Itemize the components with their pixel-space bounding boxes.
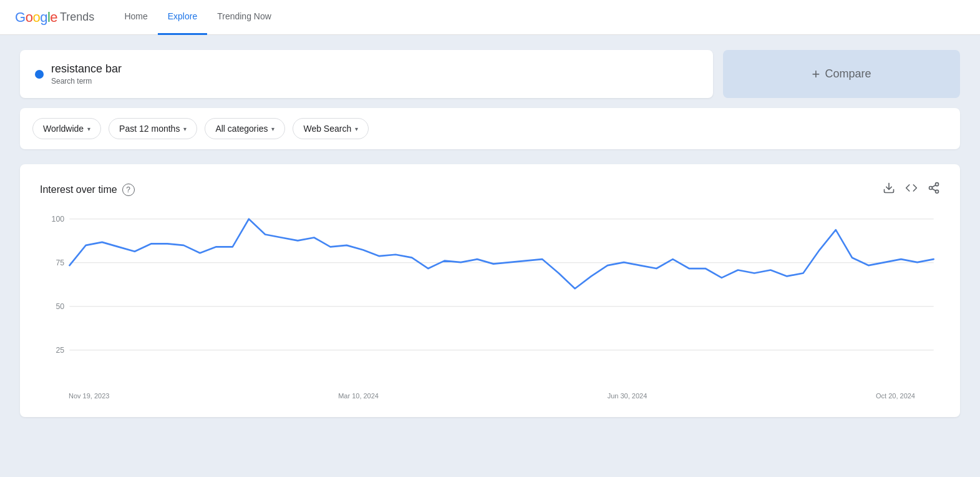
nav-home[interactable]: Home bbox=[114, 0, 157, 35]
x-label-oct: Oct 20, 2024 bbox=[876, 392, 915, 400]
svg-text:100: 100 bbox=[52, 215, 65, 224]
search-text-block: resistance bar Search term bbox=[51, 62, 122, 86]
chart-section: Interest over time ? bbox=[20, 164, 960, 417]
category-filter[interactable]: All categories ▾ bbox=[205, 118, 285, 139]
main-nav: Home Explore Trending Now bbox=[114, 0, 281, 35]
embed-icon[interactable] bbox=[905, 182, 918, 197]
chevron-down-icon: ▾ bbox=[183, 125, 187, 132]
region-filter-label: Worldwide bbox=[43, 124, 84, 134]
main-content: resistance bar Search term + Compare Wor… bbox=[0, 35, 980, 432]
compare-box[interactable]: + Compare bbox=[723, 50, 960, 98]
chart-title-row: Interest over time ? bbox=[40, 184, 135, 196]
time-filter-label: Past 12 months bbox=[119, 124, 180, 134]
search-box[interactable]: resistance bar Search term bbox=[20, 50, 713, 98]
svg-text:50: 50 bbox=[56, 302, 64, 311]
search-row: resistance bar Search term + Compare bbox=[20, 50, 960, 98]
chart-area: 100 75 50 25 bbox=[40, 212, 940, 387]
nav-explore[interactable]: Explore bbox=[158, 0, 207, 35]
chart-title: Interest over time bbox=[40, 184, 117, 195]
svg-text:75: 75 bbox=[56, 258, 64, 267]
interest-chart: 100 75 50 25 bbox=[40, 212, 940, 387]
chevron-down-icon: ▾ bbox=[271, 125, 274, 132]
search-type-filter[interactable]: Web Search ▾ bbox=[293, 118, 369, 139]
category-filter-label: All categories bbox=[215, 124, 268, 134]
compare-plus-icon: + bbox=[812, 66, 820, 82]
time-filter[interactable]: Past 12 months ▾ bbox=[109, 118, 197, 139]
chevron-down-icon: ▾ bbox=[87, 125, 90, 132]
x-label-mar: Mar 10, 2024 bbox=[338, 392, 379, 400]
search-type-filter-label: Web Search bbox=[303, 124, 351, 134]
x-axis-labels: Nov 19, 2023 Mar 10, 2024 Jun 30, 2024 O… bbox=[40, 392, 940, 400]
google-wordmark: Google bbox=[15, 9, 57, 26]
x-label-jun: Jun 30, 2024 bbox=[608, 392, 648, 400]
chart-header: Interest over time ? bbox=[40, 182, 940, 197]
region-filter[interactable]: Worldwide ▾ bbox=[32, 118, 101, 139]
trends-wordmark: Trends bbox=[60, 11, 94, 24]
search-type-label: Search term bbox=[51, 77, 122, 86]
chart-actions bbox=[883, 182, 940, 197]
help-icon[interactable]: ? bbox=[122, 184, 135, 196]
svg-text:25: 25 bbox=[56, 346, 64, 355]
search-term-dot bbox=[35, 70, 44, 79]
filter-row: Worldwide ▾ Past 12 months ▾ All categor… bbox=[20, 108, 960, 149]
compare-label: Compare bbox=[825, 67, 871, 81]
google-trends-logo[interactable]: Google Trends bbox=[15, 9, 94, 26]
download-icon[interactable] bbox=[883, 182, 895, 197]
chevron-down-icon: ▾ bbox=[355, 125, 358, 132]
share-icon[interactable] bbox=[928, 182, 940, 197]
search-term-text: resistance bar bbox=[51, 62, 122, 76]
nav-trending-now[interactable]: Trending Now bbox=[207, 0, 281, 35]
svg-line-4 bbox=[932, 189, 936, 190]
x-label-nov: Nov 19, 2023 bbox=[69, 392, 109, 400]
svg-line-5 bbox=[932, 185, 936, 187]
header: Google Trends Home Explore Trending Now bbox=[0, 0, 980, 35]
